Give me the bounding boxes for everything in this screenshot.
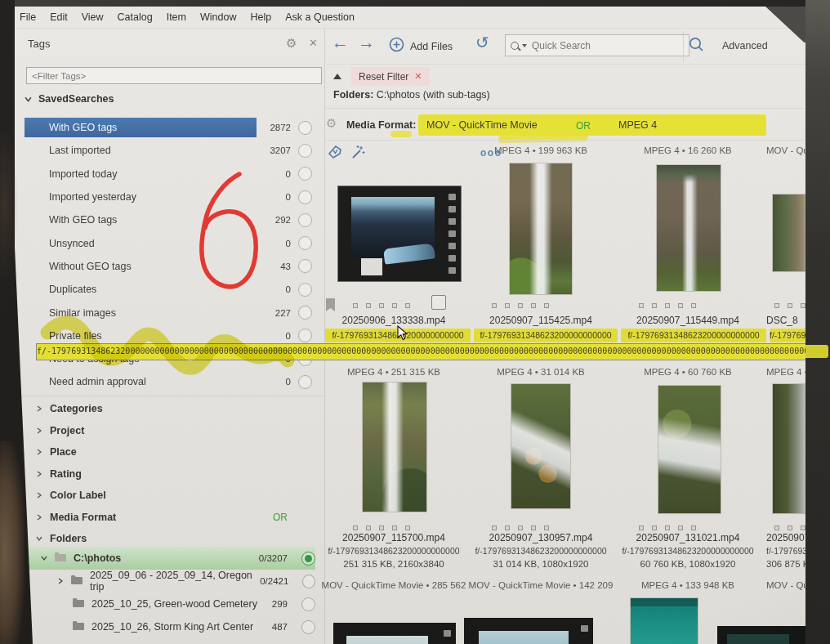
monitor-bezel-top xyxy=(0,0,830,7)
section-categories[interactable]: Categories xyxy=(25,398,312,420)
selection-checkbox[interactable] xyxy=(431,295,446,310)
menu-edit[interactable]: Edit xyxy=(50,11,68,23)
radio-button[interactable] xyxy=(301,620,315,634)
advanced-button[interactable]: Advanced xyxy=(722,40,768,51)
radio-button[interactable] xyxy=(298,259,312,273)
file-name[interactable]: 20250907_131 xyxy=(766,532,807,543)
file-name[interactable]: 20250907_115700.mp4 xyxy=(320,532,467,543)
menu-ask-a-question[interactable]: Ask a Question xyxy=(285,11,355,23)
file-name[interactable]: 20250907_115449.mp4 xyxy=(614,315,761,326)
chevron-right-icon xyxy=(36,449,42,455)
folder-row-storm-king[interactable]: 2025_10_26, Storm King Art Center 487 xyxy=(25,615,315,638)
section-media-format[interactable]: Media FormatOR xyxy=(25,507,312,529)
add-files-button[interactable]: Add Files xyxy=(389,37,453,56)
imatch-app-window: File Edit View Catalog Item Window Help … xyxy=(0,0,830,644)
aperture-value: f/-17976931348623200000000000 xyxy=(614,546,761,556)
section-rating[interactable]: Rating xyxy=(25,463,312,485)
gear-icon[interactable]: ⚙ xyxy=(326,116,337,131)
folder-tree: C:\photos 0/3207 2025_09_06 - 2025_09_14… xyxy=(25,547,315,638)
refresh-icon[interactable]: ↺ xyxy=(475,33,489,52)
video-thumbnail-forest[interactable] xyxy=(773,195,809,271)
tile-header: MPEG 4 • 251 315 KB xyxy=(320,367,467,377)
panel-separator xyxy=(15,396,324,396)
video-thumbnail-car[interactable] xyxy=(338,186,461,281)
radio-button[interactable] xyxy=(301,597,315,611)
section-project[interactable]: Project xyxy=(25,420,312,442)
chevron-right-icon[interactable] xyxy=(57,578,64,584)
radio-button[interactable] xyxy=(298,213,312,227)
chevron-down-icon[interactable] xyxy=(41,555,47,561)
filter-separator xyxy=(324,140,807,141)
quick-search-input[interactable] xyxy=(530,39,656,52)
radio-button[interactable] xyxy=(298,144,312,158)
tag-icon[interactable] xyxy=(327,144,343,163)
close-icon[interactable]: ✕ xyxy=(414,71,422,82)
reset-filter-button[interactable]: Reset Filter ✕ xyxy=(351,67,430,86)
tile-header: MPEG 4 • 31 014 KB xyxy=(467,367,614,377)
file-name[interactable]: 20250907_115425.mp4 xyxy=(467,315,614,326)
close-icon[interactable]: ✕ xyxy=(309,37,318,49)
forward-button[interactable]: → xyxy=(358,33,375,52)
rating-dots[interactable] xyxy=(639,303,696,308)
video-thumbnail-dark[interactable] xyxy=(717,626,805,644)
menu-window[interactable]: Window xyxy=(200,11,236,23)
filmstrip-holes xyxy=(581,625,589,644)
saved-searches-header[interactable]: SavedSearches xyxy=(25,93,114,105)
tile-header: MOV - QuickTime Movie • 142 209 xyxy=(467,580,614,590)
radio-button[interactable] xyxy=(298,236,312,250)
menu-view[interactable]: View xyxy=(82,11,104,23)
highlighter-stroke xyxy=(390,131,412,137)
back-button[interactable]: ← xyxy=(332,33,349,52)
video-thumbnail-waterfall[interactable] xyxy=(657,165,721,291)
photo-thumbnail-underwater[interactable] xyxy=(631,598,698,644)
radio-button-selected[interactable] xyxy=(301,552,315,566)
video-thumbnail-stream[interactable] xyxy=(658,386,721,513)
media-format-value-2[interactable]: MPEG 4 xyxy=(618,119,657,131)
section-place[interactable]: Place xyxy=(25,441,312,463)
rating-dots[interactable] xyxy=(492,303,549,308)
quick-search-box[interactable] xyxy=(505,34,689,56)
saved-search-row[interactable]: With GEO tags2872 xyxy=(25,116,312,139)
rating-dots[interactable] xyxy=(492,525,549,530)
radio-button[interactable] xyxy=(302,575,315,588)
chevron-right-icon xyxy=(36,514,42,521)
magic-wand-icon[interactable] xyxy=(350,144,366,163)
video-thumbnail-waterfall[interactable] xyxy=(510,163,572,294)
search-icon xyxy=(511,42,519,50)
filter-tags-input[interactable] xyxy=(26,67,322,84)
menu-catalog[interactable]: Catalog xyxy=(118,11,153,23)
video-thumbnail-waterfall[interactable] xyxy=(363,382,426,512)
bookmark-icon[interactable] xyxy=(325,297,336,315)
menu-item[interactable]: Item xyxy=(167,11,186,23)
rating-dots[interactable] xyxy=(353,303,410,308)
file-name[interactable]: 20250907_130957.mp4 xyxy=(467,532,614,543)
file-name[interactable]: 20250906_133338.mp4 xyxy=(320,315,467,326)
video-thumbnail-beach[interactable] xyxy=(333,623,456,644)
folder-row-oregon-trip[interactable]: 2025_09_06 - 2025_09_14, Oregon trip 0/2… xyxy=(25,570,315,593)
radio-button[interactable] xyxy=(298,283,312,297)
chevron-down-icon[interactable] xyxy=(522,44,527,47)
gear-icon[interactable]: ⚙ xyxy=(286,36,297,51)
folder-row-cphotos[interactable]: C:\photos 0/3207 xyxy=(25,547,315,570)
rating-dots[interactable] xyxy=(774,525,807,530)
rating-dots[interactable] xyxy=(639,525,696,530)
folder-icon xyxy=(72,597,85,610)
radio-button[interactable] xyxy=(298,167,312,181)
menu-help[interactable]: Help xyxy=(250,11,271,23)
advanced-search-icon[interactable] xyxy=(688,36,706,57)
file-name[interactable]: 20250907_131021.mp4 xyxy=(614,532,761,543)
section-color-label[interactable]: Color Label xyxy=(25,485,312,507)
media-format-value-1[interactable]: MOV - QuickTime Movie xyxy=(426,119,538,131)
rating-dots[interactable] xyxy=(353,525,410,530)
file-name[interactable]: DSC_8 xyxy=(766,315,807,326)
radio-button[interactable] xyxy=(298,190,312,204)
collapse-filter-icon[interactable] xyxy=(333,74,341,79)
rating-dots[interactable] xyxy=(774,303,807,308)
video-thumbnail-whale[interactable] xyxy=(464,618,593,644)
radio-button[interactable] xyxy=(298,121,312,135)
tile-header: MPEG 4 • 133 948 KB xyxy=(614,580,761,590)
video-thumbnail-stream[interactable] xyxy=(773,384,809,513)
folder-row-greenwood[interactable]: 2025_10_25, Green-wood Cemetery 299 xyxy=(25,593,315,615)
menu-file[interactable]: File xyxy=(20,11,36,23)
video-thumbnail-stream[interactable] xyxy=(511,384,570,508)
